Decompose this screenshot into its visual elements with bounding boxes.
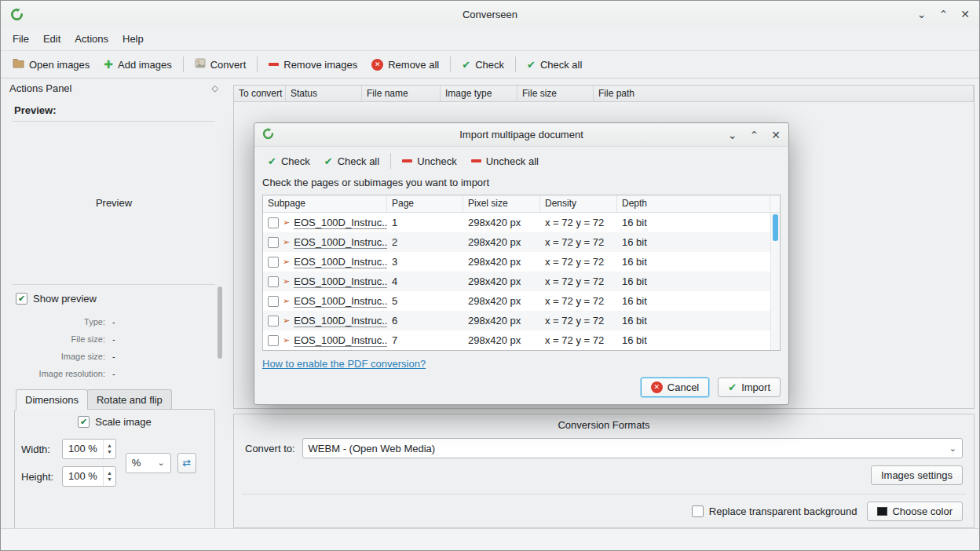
- pdf-conversion-help-link[interactable]: How to enable the PDF conversion?: [262, 358, 426, 370]
- row-checkbox[interactable]: [268, 335, 279, 346]
- spin-up-icon[interactable]: ▲: [107, 470, 112, 476]
- cancel-button[interactable]: ✕ Cancel: [641, 378, 709, 397]
- dialog-uncheck-all-button[interactable]: Uncheck all: [464, 151, 546, 171]
- depth: 16 bit: [617, 236, 770, 248]
- convert-button[interactable]: Convert: [188, 54, 254, 75]
- minimize-icon[interactable]: ⌄: [728, 130, 737, 140]
- dialog-title: Import multipage document: [254, 129, 788, 140]
- table-row[interactable]: ➢ EOS_100D_Instruc... 2 298x420 px x = 7…: [263, 232, 770, 252]
- table-scrollbar[interactable]: [770, 213, 780, 350]
- row-checkbox[interactable]: [268, 257, 279, 268]
- col-status[interactable]: Status: [286, 86, 362, 101]
- col-subpage[interactable]: Subpage: [263, 195, 387, 212]
- chevron-down-icon: ⌄: [949, 443, 956, 454]
- dialog-titlebar[interactable]: Import multipage document ⌄ ⌃ ✕: [254, 123, 788, 147]
- col-page[interactable]: Page: [387, 195, 463, 212]
- remove-all-button[interactable]: ✕ Remove all: [364, 55, 446, 75]
- subpage-name: EOS_100D_Instruc...: [294, 334, 387, 347]
- check-icon: ✔: [268, 156, 276, 166]
- refresh-button[interactable]: ⇄: [177, 453, 196, 473]
- row-checkbox[interactable]: [268, 316, 279, 327]
- choose-color-button[interactable]: Choose color: [867, 502, 963, 521]
- menu-file[interactable]: File: [5, 30, 36, 48]
- dialog-check-button[interactable]: ✔ Check: [261, 151, 317, 171]
- page-number: 7: [387, 334, 463, 346]
- pixel-size: 298x420 px: [463, 256, 540, 268]
- check-icon: ✔: [80, 418, 87, 426]
- show-preview-checkbox[interactable]: ✔ Show preview: [16, 293, 97, 305]
- remove-images-label: Remove images: [283, 59, 357, 71]
- close-icon[interactable]: ✕: [960, 9, 970, 20]
- maximize-icon[interactable]: ⌃: [939, 9, 949, 20]
- check-icon: ✔: [462, 60, 470, 70]
- toolbar-separator: [183, 57, 184, 72]
- add-images-button[interactable]: ✚ Add images: [97, 55, 178, 75]
- row-checkbox[interactable]: [268, 237, 279, 248]
- col-density[interactable]: Density: [540, 195, 617, 212]
- check-all-button[interactable]: ✔ Check all: [520, 55, 589, 75]
- spin-arrows[interactable]: ▲ ▼: [103, 467, 115, 486]
- spin-up-icon[interactable]: ▲: [107, 443, 112, 449]
- actions-panel-body: Preview: Preview ✔ Show preview Type: - …: [5, 97, 223, 528]
- col-file-size[interactable]: File size: [517, 86, 594, 101]
- dialog-window-controls: ⌄ ⌃ ✕: [728, 130, 781, 140]
- page-number: 3: [387, 256, 463, 268]
- col-pixel-size[interactable]: Pixel size: [463, 195, 540, 212]
- col-depth[interactable]: Depth: [617, 195, 770, 212]
- height-spinbox[interactable]: 100 % ▲ ▼: [62, 466, 116, 487]
- dialog-toolbar: ✔ Check ✔ Check all Uncheck Uncheck all: [254, 147, 788, 175]
- dialog-check-all-label: Check all: [338, 155, 379, 167]
- import-button[interactable]: ✔ Import: [718, 378, 781, 397]
- row-checkbox[interactable]: [268, 217, 279, 228]
- col-image-type[interactable]: Image type: [441, 86, 517, 101]
- col-to-convert[interactable]: To convert: [234, 86, 286, 101]
- images-settings-button[interactable]: Images settings: [871, 465, 963, 485]
- page-number: 5: [387, 295, 463, 307]
- depth: 16 bit: [617, 217, 770, 228]
- minimize-icon[interactable]: ⌄: [917, 9, 927, 20]
- table-row[interactable]: ➢ EOS_100D_Instruc... 1 298x420 px x = 7…: [263, 213, 770, 232]
- dialog-check-all-button[interactable]: ✔ Check all: [317, 151, 386, 171]
- menu-help[interactable]: Help: [115, 30, 151, 48]
- maximize-icon[interactable]: ⌃: [750, 130, 759, 140]
- col-file-path[interactable]: File path: [594, 86, 974, 101]
- replace-transparent-background-checkbox[interactable]: Replace transparent background: [692, 505, 858, 517]
- titlebar[interactable]: Converseen ⌄ ⌃ ✕: [1, 1, 979, 27]
- row-checkbox[interactable]: [268, 276, 279, 287]
- panel-float-icon[interactable]: ◇: [212, 83, 218, 93]
- table-row[interactable]: ➢ EOS_100D_Instruc... 7 298x420 px x = 7…: [263, 330, 770, 350]
- check-all-label: Check all: [540, 59, 582, 71]
- spin-down-icon[interactable]: ▼: [107, 449, 112, 455]
- width-spinbox[interactable]: 100 % ▲ ▼: [62, 439, 116, 459]
- row-checkbox[interactable]: [268, 296, 279, 307]
- table-row[interactable]: ➢ EOS_100D_Instruc... 6 298x420 px x = 7…: [263, 311, 770, 330]
- spin-down-icon[interactable]: ▼: [107, 476, 112, 483]
- tab-dimensions[interactable]: Dimensions: [16, 389, 88, 410]
- panel-scrollbar[interactable]: [217, 98, 223, 528]
- height-label: Height:: [21, 471, 56, 483]
- close-icon[interactable]: ✕: [771, 130, 781, 140]
- table-row[interactable]: ➢ EOS_100D_Instruc... 3 298x420 px x = 7…: [263, 252, 770, 272]
- format-combobox[interactable]: WEBM - (Open Web Media) ⌄: [302, 438, 963, 458]
- density: x = 72 y = 72: [540, 217, 617, 228]
- open-images-button[interactable]: Open images: [5, 54, 97, 75]
- menu-edit[interactable]: Edit: [36, 30, 68, 48]
- unit-combobox[interactable]: % ⌄: [126, 453, 171, 473]
- dialog-instruction: Check the pages or subimages you want to…: [254, 175, 788, 195]
- scrollbar-thumb[interactable]: [218, 286, 222, 359]
- spin-arrows[interactable]: ▲ ▼: [103, 440, 115, 458]
- table-row[interactable]: ➢ EOS_100D_Instruc... 4 298x420 px x = 7…: [263, 272, 770, 291]
- remove-images-button[interactable]: Remove images: [261, 55, 364, 75]
- col-file-name[interactable]: File name: [362, 86, 441, 101]
- scale-image-checkbox[interactable]: ✔ Scale image: [78, 416, 152, 428]
- density: x = 72 y = 72: [540, 315, 617, 327]
- menu-actions[interactable]: Actions: [68, 30, 115, 48]
- check-button[interactable]: ✔ Check: [455, 55, 511, 75]
- scrollbar-thumb[interactable]: [773, 214, 778, 241]
- tab-rotate-and-flip[interactable]: Rotate and flip: [87, 389, 172, 410]
- pixel-size: 298x420 px: [463, 334, 540, 346]
- cancel-label: Cancel: [667, 381, 699, 393]
- add-plus-icon: ✚: [104, 59, 113, 70]
- table-row[interactable]: ➢ EOS_100D_Instruc... 5 298x420 px x = 7…: [263, 291, 770, 311]
- dialog-uncheck-button[interactable]: Uncheck: [395, 151, 464, 171]
